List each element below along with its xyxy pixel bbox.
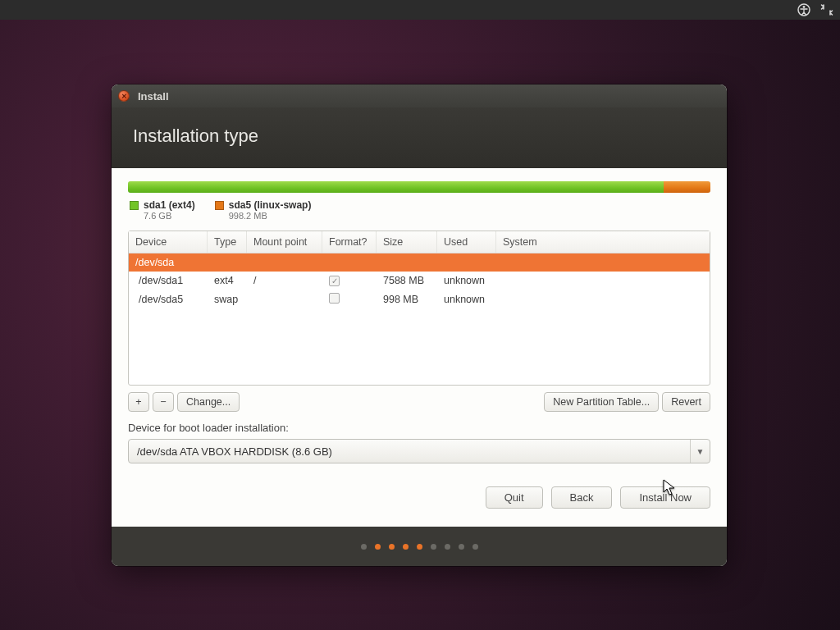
pager-dot (403, 544, 409, 550)
cell-size: 998 MB (377, 290, 437, 308)
wizard-buttons: Quit Back Install Now (128, 486, 710, 509)
partition-toolbar: + − Change... New Partition Table... Rev… (128, 392, 710, 412)
col-used[interactable]: Used (437, 231, 496, 253)
disk-legend: sda1 (ext4) 7.6 GB sda5 (linux-swap) 998… (130, 199, 709, 221)
cell-type: ext4 (208, 272, 247, 290)
window-title: Install (138, 90, 169, 103)
svg-point-1 (803, 6, 806, 8)
cell-used: unknown (437, 290, 496, 308)
step-pager (112, 527, 727, 566)
remove-partition-button[interactable]: − (153, 392, 174, 412)
cell-format[interactable] (322, 290, 377, 309)
cell-format (322, 259, 377, 266)
quit-button[interactable]: Quit (486, 486, 543, 509)
boot-loader-selected: /dev/sda ATA VBOX HARDDISK (8.6 GB) (129, 445, 340, 458)
legend-item: sda1 (ext4) 7.6 GB (130, 199, 195, 221)
legend-size: 998.2 MB (229, 211, 312, 221)
installer-window: Install Installation type sda1 (ext4) 7.… (112, 84, 727, 566)
pager-dot (431, 544, 436, 550)
pager-dot (389, 544, 395, 550)
boot-loader-select[interactable]: /dev/sda ATA VBOX HARDDISK (8.6 GB) ▼ (128, 439, 710, 463)
network-icon[interactable] (820, 3, 833, 16)
cell-device: /dev/sda1 (129, 272, 208, 290)
legend-item: sda5 (linux-swap) 998.2 MB (215, 199, 312, 221)
legend-name: sda1 (ext4) (144, 199, 195, 211)
cell-device: /dev/sda5 (129, 290, 208, 308)
checkbox-icon (329, 293, 340, 304)
close-icon[interactable] (118, 90, 130, 102)
pager-dot (375, 544, 381, 550)
boot-loader-label: Device for boot loader installation: (128, 422, 710, 434)
window-titlebar: Install (112, 84, 727, 107)
cell-system (496, 296, 710, 303)
col-size[interactable]: Size (377, 231, 437, 253)
col-type[interactable]: Type (208, 231, 247, 253)
legend-swatch-icon (215, 201, 224, 210)
disk-segment-sda1 (128, 181, 664, 193)
cell-type: swap (208, 290, 247, 308)
desktop-topbar (0, 0, 840, 20)
cell-size: 7588 MB (377, 272, 437, 290)
cell-used: unknown (437, 272, 496, 290)
accessibility-icon[interactable] (797, 3, 810, 16)
table-row[interactable]: /dev/sda1 ext4 / 7588 MB unknown (129, 272, 710, 290)
chevron-down-icon: ▼ (690, 440, 710, 463)
page-title: Installation type (112, 107, 727, 168)
cell-mount: / (247, 272, 322, 290)
cell-mount (247, 296, 322, 303)
back-button[interactable]: Back (551, 486, 613, 509)
cell-type (208, 259, 247, 266)
table-body: /dev/sda /dev/sda1 ext4 / 7588 MB unknow… (129, 253, 710, 385)
col-device[interactable]: Device (129, 231, 208, 253)
pager-dot (361, 544, 367, 550)
legend-name: sda5 (linux-swap) (229, 199, 312, 211)
col-system[interactable]: System (496, 231, 710, 253)
change-partition-button[interactable]: Change... (177, 392, 240, 412)
legend-size: 7.6 GB (144, 211, 195, 221)
pager-dot (445, 544, 450, 550)
pager-dot (472, 544, 478, 550)
cell-used (437, 259, 496, 266)
cell-size (377, 259, 437, 266)
cell-system (496, 259, 710, 266)
disk-usage-bar (128, 180, 710, 193)
new-partition-table-button[interactable]: New Partition Table... (544, 392, 659, 412)
add-partition-button[interactable]: + (128, 392, 149, 412)
cell-mount (247, 259, 322, 266)
revert-button[interactable]: Revert (662, 392, 710, 412)
table-row[interactable]: /dev/sda5 swap 998 MB unknown (129, 290, 710, 309)
partition-table[interactable]: Device Type Mount point Format? Size Use… (128, 231, 710, 386)
table-row[interactable]: /dev/sda (129, 253, 710, 272)
cell-format[interactable] (322, 272, 377, 290)
cell-system (496, 277, 710, 284)
legend-swatch-icon (130, 201, 139, 210)
install-now-button[interactable]: Install Now (620, 486, 710, 509)
pager-dot (417, 544, 422, 550)
content-area: sda1 (ext4) 7.6 GB sda5 (linux-swap) 998… (112, 168, 727, 527)
col-mount[interactable]: Mount point (247, 231, 322, 253)
table-header: Device Type Mount point Format? Size Use… (129, 231, 710, 253)
disk-segment-sda5 (664, 181, 710, 193)
col-format[interactable]: Format? (322, 231, 377, 253)
pager-dot (459, 544, 464, 550)
checkbox-icon (329, 276, 340, 286)
cell-device: /dev/sda (129, 253, 208, 272)
